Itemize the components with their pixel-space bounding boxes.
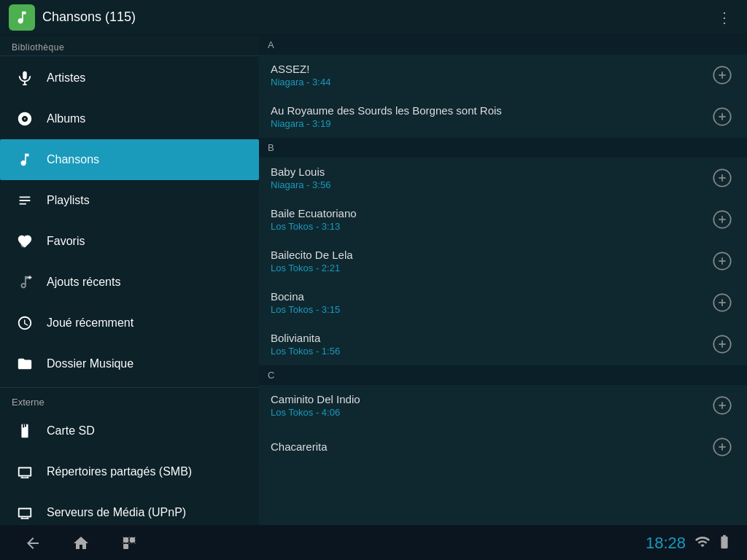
artistes-label: Artistes [47,71,85,85]
song-info: Baby Louis Niagara - 3:56 [271,166,709,190]
song-item[interactable]: Chacarerita [259,427,747,468]
sidebar-item-artistes[interactable]: Artistes [0,58,259,98]
song-info: Bolivianita Los Tokos - 1:56 [271,332,709,357]
sd-icon [12,418,38,444]
add-button[interactable] [709,206,735,233]
song-subtitle: Niagara - 3:56 [271,179,709,190]
song-subtitle: Niagara - 3:19 [271,118,709,129]
sidebar-divider [0,387,259,388]
song-title: Bocina [271,290,709,303]
svg-rect-6 [20,509,31,516]
section-b: B [259,138,747,158]
back-button[interactable] [15,530,51,556]
sidebar-item-smb[interactable]: Répertoires partagés (SMB) [0,451,259,492]
song-info: Chacarerita [271,440,709,454]
song-title: Baby Louis [271,166,709,178]
wifi-icon [694,534,711,553]
ajouts-icon [12,269,38,295]
section-c: C [259,365,747,385]
svg-rect-36 [123,544,128,549]
song-item[interactable]: Au Royaume des Sourds les Borgnes sont R… [259,96,747,138]
recents-button[interactable] [111,530,147,556]
song-title: Bolivianita [271,332,709,344]
song-subtitle: Los Tokos - 1:56 [271,346,709,357]
add-button[interactable] [709,434,735,460]
smb-label: Répertoires partagés (SMB) [47,465,192,478]
note-icon [12,147,38,173]
song-item[interactable]: ASSEZ! Niagara - 3:44 [259,55,747,96]
add-button[interactable] [709,62,735,88]
song-title: Baile Ecuatoriano [271,207,709,219]
home-button[interactable] [63,530,99,556]
add-button[interactable] [709,165,735,191]
song-item[interactable]: Bailecito De Lela Los Tokos - 2:21 [259,241,747,282]
favoris-icon [12,228,38,254]
add-button[interactable] [709,104,735,130]
song-item[interactable]: Baby Louis Niagara - 3:56 [259,158,747,199]
sidebar: Bibliothèque Artistes Albums Chansons [0,35,259,525]
svg-rect-2 [25,424,26,427]
app-icon [9,4,35,31]
sidebar-item-joue[interactable]: Joué récemment [0,303,259,343]
library-section-label: Bibliothèque [0,35,259,56]
sidebar-item-ajouts[interactable]: Ajouts récents [0,262,259,303]
song-item[interactable]: Baile Ecuatoriano Los Tokos - 3:13 [259,199,747,241]
song-list: A ASSEZ! Niagara - 3:44 Au Royaume des S… [259,35,747,525]
svg-rect-35 [130,537,135,542]
playlists-label: Playlists [47,194,90,207]
externe-section-label: Externe [0,391,259,411]
sidebar-item-dossier[interactable]: Dossier Musique [0,343,259,384]
song-subtitle: Los Tokos - 3:13 [271,221,709,232]
song-info: ASSEZ! Niagara - 3:44 [271,63,709,88]
bottom-bar: 18:28 [0,525,747,560]
joue-icon [12,310,38,336]
sidebar-item-playlists[interactable]: Playlists [0,180,259,221]
app-title: Chansons (115) [42,9,711,25]
ajouts-label: Ajouts récents [47,276,120,289]
sidebar-item-favoris[interactable]: Favoris [0,221,259,262]
mic-icon [12,65,38,91]
svg-rect-34 [123,537,128,542]
add-button[interactable] [709,289,735,316]
battery-icon [716,534,732,553]
status-icons [694,534,732,553]
song-info: Au Royaume des Sourds les Borgnes sont R… [271,104,709,129]
song-info: Bailecito De Lela Los Tokos - 2:21 [271,249,709,273]
upnp-label: Serveurs de Média (UPnP) [47,506,186,519]
upnp-icon [12,499,38,525]
song-info: Bocina Los Tokos - 3:15 [271,290,709,315]
song-subtitle: Niagara - 3:44 [271,77,709,88]
sidebar-item-upnp[interactable]: Serveurs de Média (UPnP) [0,492,259,525]
song-title: Caminito Del Indio [271,393,709,405]
song-subtitle: Los Tokos - 4:06 [271,407,709,418]
song-title: Chacarerita [271,440,709,453]
add-button[interactable] [709,248,735,274]
sidebar-item-albums[interactable]: Albums [0,98,259,139]
disc-icon [12,106,38,132]
sidebar-item-carte-sd[interactable]: Carte SD [0,411,259,451]
top-bar: Chansons (115) ⋮ [0,0,747,35]
song-title: Bailecito De Lela [271,249,709,261]
status-area: 18:28 [646,534,732,553]
more-menu-button[interactable]: ⋮ [711,6,738,29]
smb-icon [12,459,38,485]
sidebar-item-chansons[interactable]: Chansons [0,139,259,180]
song-item[interactable]: Bocina Los Tokos - 3:15 [259,282,747,324]
chansons-label: Chansons [47,153,99,166]
song-subtitle: Los Tokos - 3:15 [271,304,709,315]
song-item[interactable]: Caminito Del Indio Los Tokos - 4:06 [259,385,747,427]
main-content: Bibliothèque Artistes Albums Chansons [0,35,747,525]
playlist-icon [12,187,38,214]
svg-rect-4 [20,468,31,475]
song-item[interactable]: Bolivianita Los Tokos - 1:56 [259,324,747,365]
joue-label: Joué récemment [47,316,133,330]
add-button[interactable] [709,392,735,419]
folder-icon [12,351,38,377]
add-button[interactable] [709,331,735,357]
favoris-label: Favoris [47,235,85,248]
dossier-label: Dossier Musique [47,357,133,370]
song-info: Baile Ecuatoriano Los Tokos - 3:13 [271,207,709,232]
song-info: Caminito Del Indio Los Tokos - 4:06 [271,393,709,418]
albums-label: Albums [47,112,85,125]
song-title: Au Royaume des Sourds les Borgnes sont R… [271,104,709,117]
